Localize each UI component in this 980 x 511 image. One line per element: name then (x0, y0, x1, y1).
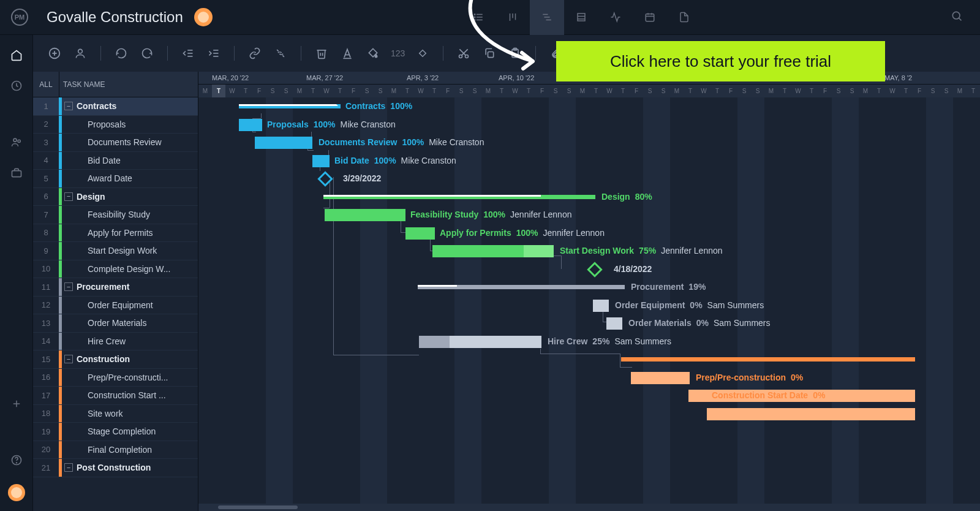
unlink-button[interactable] (273, 45, 288, 61)
task-row[interactable]: 11 − Procurement (33, 278, 198, 297)
task-row[interactable]: 15 − Construction (33, 350, 198, 369)
day-label: T (616, 85, 630, 97)
task-row[interactable]: 7 Feasibility Study (33, 206, 198, 224)
svg-rect-43 (420, 50, 426, 57)
task-row[interactable]: 2 Proposals (33, 116, 198, 134)
collapse-icon[interactable]: − (64, 282, 73, 291)
project-avatar[interactable] (194, 8, 213, 26)
view-board-icon[interactable] (496, 0, 530, 35)
task-row[interactable]: 10 Complete Design W... (33, 260, 198, 279)
horizontal-scrollbar[interactable] (198, 504, 980, 511)
task-row[interactable]: 6 − Design (33, 188, 198, 206)
view-calendar-icon[interactable] (633, 0, 667, 35)
grid-column (778, 97, 791, 511)
user-avatar[interactable] (8, 484, 25, 501)
task-row[interactable]: 5 Award Date (33, 170, 198, 188)
day-label: F (818, 85, 832, 97)
delete-button[interactable] (314, 45, 330, 61)
task-number: 3 (33, 138, 59, 147)
task-row[interactable]: 21 − Post Construction (33, 459, 198, 477)
gantt-bar-label: 4/18/2022 (614, 264, 652, 274)
day-label: T (684, 85, 697, 97)
gantt-task-bar[interactable] (405, 227, 435, 240)
gantt-summary-bar[interactable] (418, 285, 625, 289)
redo-button[interactable] (139, 45, 155, 61)
gantt-task-bar[interactable] (255, 137, 312, 149)
gantt-body[interactable]: Contracts100%Proposals100%Mike CranstonD… (198, 97, 980, 511)
text-style-button[interactable] (339, 45, 355, 61)
task-color-stripe (59, 170, 62, 187)
day-label: S (562, 85, 576, 97)
dependency-line (261, 113, 262, 118)
app-logo[interactable]: PM (11, 9, 28, 26)
view-list-icon[interactable] (461, 0, 496, 35)
help-icon[interactable] (10, 453, 23, 467)
gantt-bar-label: Order Equipment0%Sam Summers (615, 300, 764, 310)
cut-button[interactable] (456, 45, 472, 61)
fill-color-button[interactable] (365, 45, 381, 61)
add-icon[interactable] (10, 397, 23, 411)
gantt-task-bar[interactable] (707, 408, 915, 420)
cta-banner[interactable]: Click here to start your free trial (556, 41, 885, 81)
view-gantt-icon[interactable] (530, 0, 564, 35)
gantt-task-bar[interactable] (312, 155, 330, 167)
grid-column (899, 97, 913, 511)
collapse-icon[interactable]: − (64, 463, 73, 472)
task-row[interactable]: 4 Bid Date (33, 152, 198, 170)
task-row[interactable]: 12 Order Equipment (33, 297, 198, 315)
task-row[interactable]: 3 Documents Review (33, 134, 198, 152)
team-icon[interactable] (10, 135, 23, 149)
task-row[interactable]: 9 Start Design Work (33, 242, 198, 260)
assign-button[interactable] (72, 45, 88, 61)
search-icon[interactable] (951, 10, 963, 25)
gantt-summary-bar[interactable] (621, 357, 915, 361)
toolbar-separator (443, 46, 443, 61)
task-row[interactable]: 18 Site work (33, 405, 198, 423)
copy-button[interactable] (481, 45, 497, 61)
task-row[interactable]: 14 Hire Crew (33, 333, 198, 351)
indent-button[interactable] (206, 45, 222, 61)
undo-button[interactable] (113, 45, 129, 61)
grid-column (535, 97, 549, 511)
task-row[interactable]: 13 Order Materials (33, 314, 198, 333)
add-task-button[interactable] (47, 45, 62, 61)
gantt-task-bar[interactable] (606, 317, 622, 330)
task-row[interactable]: 20 Final Completion (33, 441, 198, 460)
task-row[interactable]: 19 Stage Completion (33, 423, 198, 441)
task-row[interactable]: 16 Prep/Pre-constructi... (33, 369, 198, 387)
gantt-summary-bar[interactable] (239, 104, 341, 108)
paste-button[interactable] (507, 45, 523, 61)
home-icon[interactable] (10, 48, 23, 62)
outdent-button[interactable] (180, 45, 196, 61)
view-activity-icon[interactable] (598, 0, 633, 35)
gantt-task-bar[interactable] (325, 209, 405, 221)
column-header-all[interactable]: ALL (33, 80, 59, 89)
grid-column (913, 97, 926, 511)
gantt-task-bar[interactable] (593, 300, 609, 312)
gantt-bar-label: Prep/Pre-construction0% (696, 373, 803, 382)
collapse-icon[interactable]: − (64, 355, 73, 363)
day-label: T (239, 85, 252, 97)
collapse-icon[interactable]: − (64, 192, 73, 201)
task-row[interactable]: 1 − Contracts (33, 97, 198, 116)
day-label: S (926, 85, 940, 97)
briefcase-icon[interactable] (10, 166, 23, 180)
task-row[interactable]: 17 Construction Start ... (33, 387, 198, 405)
svg-line-40 (282, 55, 284, 57)
view-sheet-icon[interactable] (564, 0, 598, 35)
view-file-icon[interactable] (667, 0, 701, 35)
column-header-name[interactable]: TASK NAME (59, 80, 105, 89)
milestone-button[interactable] (415, 45, 431, 61)
task-row[interactable]: 8 Apply for Permits (33, 224, 198, 243)
gantt-task-bar[interactable] (631, 372, 690, 384)
gantt-task-bar[interactable] (239, 119, 262, 131)
day-label: W (225, 85, 239, 97)
day-label: T (899, 85, 913, 97)
link-button[interactable] (247, 45, 263, 61)
svg-rect-15 (646, 14, 655, 21)
recent-icon[interactable] (10, 79, 23, 93)
collapse-icon[interactable]: − (64, 102, 73, 110)
text-size-label[interactable]: 123 (391, 48, 405, 58)
task-name-label: Post Construction (77, 463, 198, 472)
gantt-summary-bar[interactable] (323, 195, 595, 199)
